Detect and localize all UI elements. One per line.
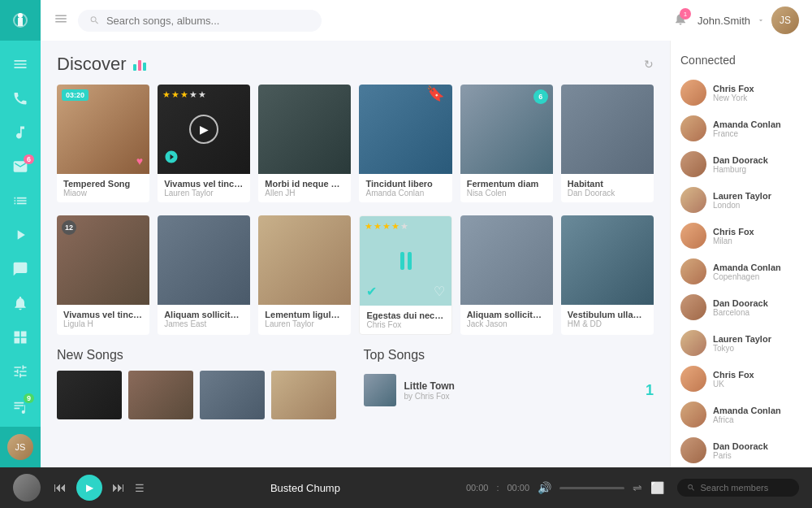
top-song-1-title: Little Town xyxy=(404,380,637,392)
card-8[interactable]: Aliquam sollicitudin vene... James East xyxy=(158,215,250,335)
discover-title: Discover xyxy=(57,54,146,75)
sidebar-item-menu[interactable] xyxy=(0,47,41,81)
user-info[interactable]: John.Smith JS xyxy=(698,7,799,34)
card-10[interactable]: ★★★★★ ✔ ♡ xyxy=(359,215,451,335)
sidebar-user-avatar[interactable]: JS xyxy=(0,427,41,467)
connected-item-9[interactable]: Amanda Conlan Africa xyxy=(671,397,812,432)
connected-info-3: Lauren Taylor London xyxy=(713,191,802,210)
card-12[interactable]: Vestibulum ullamcorper HM & DD xyxy=(561,215,654,335)
card-5-image: 6 xyxy=(460,85,553,174)
search-input[interactable] xyxy=(106,15,310,27)
card-4-title: Tincidunt libero xyxy=(365,179,445,189)
notification-badge: 1 xyxy=(680,8,691,20)
connected-name-1: Amanda Conlan xyxy=(713,119,802,129)
player-next-btn[interactable]: ⏭ xyxy=(112,480,125,495)
connected-name-9: Amanda Conlan xyxy=(713,406,802,415)
player-time-current: 00:00 xyxy=(466,483,489,493)
card-3-sub: Allen JH xyxy=(265,189,344,198)
bottom-sections: New Songs xyxy=(57,348,654,419)
sidebar-item-chat[interactable] xyxy=(0,252,41,286)
notification-icon[interactable]: 1 xyxy=(673,11,688,29)
right-panel: Connected Chris Fox New York Amanda Conl… xyxy=(670,41,812,467)
player-prev-btn[interactable]: ⏮ xyxy=(54,480,67,495)
topbar: 1 John.Smith JS xyxy=(41,0,812,41)
card-2[interactable]: ★★★★★ ▶ Vivamus vel tincidunt lib.. xyxy=(158,85,250,202)
connected-item-10[interactable]: Dan Doorack Paris xyxy=(671,432,812,467)
card-9[interactable]: Lementum ligula vitae Lauren Taylor xyxy=(258,215,351,335)
connected-item-5[interactable]: Amanda Conlan Copenhagen xyxy=(671,254,812,289)
top-song-1-info: Little Town by Chris Fox xyxy=(404,380,637,401)
player-track: Busted Chump xyxy=(158,482,453,494)
card-3[interactable]: Morbi id neque quam liqu... Allen JH xyxy=(258,85,351,202)
user-avatar: JS xyxy=(771,7,799,34)
player-list-btn[interactable]: ☰ xyxy=(135,482,145,494)
new-song-3[interactable] xyxy=(200,371,265,419)
card-1-heart[interactable]: ♥ xyxy=(136,154,143,167)
refresh-icon[interactable]: ↻ xyxy=(644,58,654,71)
connected-name-5: Amanda Conlan xyxy=(713,263,802,272)
sidebar-item-grid[interactable] xyxy=(0,320,41,354)
mail-badge: 6 xyxy=(24,154,34,164)
card-2-play[interactable]: ▶ xyxy=(189,115,218,144)
connected-info-0: Chris Fox New York xyxy=(713,84,802,102)
card-7-badge: 12 xyxy=(62,220,76,235)
card-7[interactable]: 12 Vivamus vel tincidunt lib... Ligula H xyxy=(57,215,149,335)
card-5[interactable]: 6 Fermentum diam Nisa Colen xyxy=(460,85,553,202)
connected-item-2[interactable]: Dan Doorack Hamburg xyxy=(671,146,812,182)
connected-name-4: Chris Fox xyxy=(713,227,802,237)
connected-item-8[interactable]: Chris Fox UK xyxy=(671,361,812,397)
player-search[interactable] xyxy=(677,479,799,497)
player-shuffle-btn[interactable]: ⇌ xyxy=(633,481,642,494)
card-11[interactable]: Aliquam sollicitudin vene... Jack Jason xyxy=(460,215,553,335)
new-song-4[interactable] xyxy=(271,371,336,419)
top-song-1[interactable]: Little Town by Chris Fox 1 xyxy=(364,371,654,410)
top-song-1-thumb xyxy=(364,374,396,406)
connected-loc-0: New York xyxy=(713,93,802,102)
connected-title: Connected xyxy=(671,41,812,75)
sidebar-item-bell[interactable] xyxy=(0,286,41,320)
sidebar-item-mail[interactable]: 6 xyxy=(0,150,41,184)
card-5-title: Fermentum diam xyxy=(467,179,546,189)
player-repeat-btn[interactable]: ⬜ xyxy=(650,481,664,494)
top-song-1-num: 1 xyxy=(646,382,654,399)
search-bar[interactable] xyxy=(78,10,322,32)
connected-loc-2: Hamburg xyxy=(713,165,802,174)
connected-item-1[interactable]: Amanda Conlan France xyxy=(671,111,812,146)
card-1-image: 03:20 ♥ xyxy=(57,85,149,174)
connected-item-3[interactable]: Lauren Taylor London xyxy=(671,182,812,218)
sidebar-item-tune[interactable] xyxy=(0,354,41,389)
new-song-4-img xyxy=(271,371,336,419)
connected-item-4[interactable]: Chris Fox Milan xyxy=(671,218,812,254)
card-1[interactable]: 03:20 ♥ Tempered Song Miaow xyxy=(57,85,149,202)
connected-info-2: Dan Doorack Hamburg xyxy=(713,155,802,174)
card-6[interactable]: Habitant Dan Doorack xyxy=(561,85,654,202)
new-song-1[interactable] xyxy=(57,371,122,419)
player-play-btn[interactable]: ▶ xyxy=(76,475,102,501)
connected-avatar-4 xyxy=(680,223,706,249)
card-9-sub: Lauren Taylor xyxy=(265,319,344,328)
menu-icon[interactable] xyxy=(54,11,68,29)
card-4-image: 🔖 xyxy=(359,85,451,174)
card-10-pause[interactable] xyxy=(400,252,412,270)
sidebar-item-phone[interactable] xyxy=(0,81,41,115)
sidebar-logo[interactable] xyxy=(0,0,41,41)
card-6-title: Habitant xyxy=(568,179,647,189)
connected-item-7[interactable]: Lauren Taylor Tokyo xyxy=(671,325,812,361)
player-progress-bar[interactable] xyxy=(559,487,624,489)
sidebar-item-play[interactable] xyxy=(0,218,41,252)
player-volume-icon[interactable]: 🔊 xyxy=(538,481,551,494)
card-4[interactable]: 🔖 Tincidunt libero Amanda Conlan xyxy=(359,85,451,202)
player-time-total: 00:00 xyxy=(507,483,529,493)
new-song-2[interactable] xyxy=(128,371,193,419)
sidebar-item-list[interactable] xyxy=(0,184,41,218)
connected-item-6[interactable]: Dan Doorack Barcelona xyxy=(671,289,812,325)
sidebar-item-playlist[interactable]: 9 xyxy=(0,389,41,423)
player-search-input[interactable] xyxy=(700,483,789,493)
card-1-sub: Miaow xyxy=(63,189,143,198)
sidebar-item-music[interactable] xyxy=(0,115,41,150)
connected-loc-5: Copenhagen xyxy=(713,272,802,281)
connected-info-4: Chris Fox Milan xyxy=(713,227,802,245)
connected-item-0[interactable]: Chris Fox New York xyxy=(671,75,812,111)
card-4-bookmark[interactable]: 🔖 xyxy=(426,85,444,102)
connected-name-0: Chris Fox xyxy=(713,84,802,93)
